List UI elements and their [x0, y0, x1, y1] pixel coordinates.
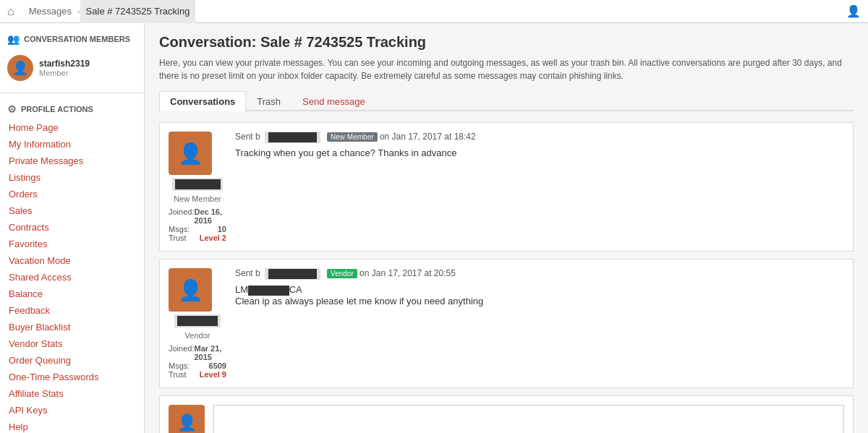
msg1-avatar-container: 👤 New Member — [169, 132, 226, 203]
sidebar-item-help[interactable]: Help — [0, 419, 144, 433]
msg1-body: Tracking when you get a chance? Thanks i… — [235, 147, 844, 158]
home-icon[interactable]: ⌂ — [7, 5, 14, 18]
msg1-stats: Joined: Dec 16, 2016 Msgs: 10 Trust Leve… — [169, 207, 226, 242]
breadcrumb-messages[interactable]: Messages — [23, 0, 77, 23]
tab-conversations[interactable]: Conversations — [159, 91, 246, 111]
sidebar-item-favorites[interactable]: Favorites — [0, 236, 144, 252]
msg1-sent-suffix: on Jan 17, 2017 at 18:42 — [380, 132, 476, 142]
msg1-sender-box — [265, 132, 320, 143]
msg2-right: Sent b Vendor on Jan 17, 2017 at 20:55 L… — [235, 268, 844, 379]
sidebar-item-home-page[interactable]: Home Page — [0, 119, 144, 136]
sidebar: 👥 CONVERSATION MEMBERS 👤 starfish2319 Me… — [0, 23, 145, 433]
msg2-sent-prefix: Sent b — [235, 268, 260, 278]
msg2-trust-row: Trust Level 9 — [169, 370, 226, 379]
profile-actions-header: ⚙ PROFILE ACTIONS — [0, 99, 144, 119]
profile-actions-icon: ⚙ — [7, 103, 17, 115]
sidebar-item-my-information[interactable]: My Information — [0, 136, 144, 153]
sidebar-user: 👤 starfish2319 Member — [0, 49, 144, 87]
profile-actions-label: PROFILE ACTIONS — [21, 105, 93, 113]
msg1-sender-redacted — [268, 132, 317, 142]
msg2-stats: Joined: Mar 21, 2015 Msgs: 6509 Trust Le… — [169, 344, 226, 379]
message-card-1: 👤 New Member Joined: Dec 16, 2016 Msgs: … — [159, 122, 854, 252]
reply-card: 👤 Quick reply Delete Leave conversation … — [159, 395, 854, 433]
msg1-msgs-value: 10 — [218, 225, 226, 233]
msg1-joined-value: Dec 16, 2016 — [194, 207, 226, 225]
tab-trash[interactable]: Trash — [246, 91, 292, 111]
msg2-joined-value: Mar 21, 2015 — [194, 344, 226, 361]
breadcrumb-current: Sale # 7243525 Tracking — [80, 0, 196, 23]
msg1-trust-label: Trust — [169, 233, 187, 242]
conversation-members-header: 👥 CONVERSATION MEMBERS — [0, 29, 144, 49]
page-description: Here, you can view your private messages… — [159, 56, 854, 82]
reply-right: Quick reply Delete Leave conversation In… — [213, 405, 844, 433]
sidebar-item-vacation-mode[interactable]: Vacation Mode — [0, 252, 144, 269]
msg2-sender-box — [265, 268, 320, 280]
sidebar-item-vendor-stats[interactable]: Vendor Stats — [0, 335, 144, 352]
sidebar-user-role: Member — [39, 69, 90, 77]
msg1-right: Sent b New Member on Jan 17, 2017 at 18:… — [235, 132, 844, 242]
msg1-role: New Member — [169, 194, 226, 203]
msg2-username — [174, 314, 221, 327]
sidebar-item-contracts[interactable]: Contracts — [0, 219, 144, 236]
sidebar-item-feedback[interactable]: Feedback — [0, 302, 144, 319]
sidebar-avatar: 👤 — [7, 55, 33, 81]
members-icon: 👥 — [7, 33, 20, 45]
msg2-role: Vendor — [169, 331, 226, 340]
msg2-joined-label: Joined: — [169, 344, 194, 361]
message-tabs: Conversations Trash Send message — [159, 91, 854, 111]
msg1-msgs-label: Msgs: — [169, 225, 190, 233]
msg2-joined-row: Joined: Mar 21, 2015 — [169, 344, 226, 361]
sidebar-item-orders[interactable]: Orders — [0, 186, 144, 202]
sidebar-item-sales[interactable]: Sales — [0, 202, 144, 219]
reply-avatar: 👤 — [169, 405, 205, 433]
msg1-badge: New Member — [327, 132, 377, 142]
msg1-joined-row: Joined: Dec 16, 2016 — [169, 207, 226, 225]
conversation-members-section: 👥 CONVERSATION MEMBERS 👤 starfish2319 Me… — [0, 23, 144, 93]
tab-send-message[interactable]: Send message — [292, 91, 376, 111]
msg2-username-redacted — [177, 316, 218, 326]
msg2-avatar-container: 👤 Vendor — [169, 268, 226, 340]
sidebar-item-affiliate-stats[interactable]: Affiliate Stats — [0, 385, 144, 402]
msg1-avatar: 👤 — [169, 132, 212, 175]
conversation-members-label: CONVERSATION MEMBERS — [24, 35, 130, 43]
msg2-tracking-redacted — [248, 286, 289, 296]
msg1-msgs-row: Msgs: 10 — [169, 225, 226, 233]
sidebar-item-api-keys[interactable]: API Keys — [0, 402, 144, 419]
sidebar-item-balance[interactable]: Balance — [0, 286, 144, 302]
msg2-msgs-row: Msgs: 6509 — [169, 361, 226, 370]
msg2-trust-label: Trust — [169, 370, 187, 379]
sidebar-user-info: starfish2319 Member — [39, 59, 90, 77]
profile-actions-section: ⚙ PROFILE ACTIONS Home Page My Informati… — [0, 93, 144, 433]
top-navigation: ⌂ Messages › Sale # 7243525 Tracking 👤 — [0, 0, 868, 23]
msg1-username — [172, 178, 223, 191]
msg2-header: Sent b Vendor on Jan 17, 2017 at 20:55 — [235, 268, 844, 280]
message-card-2: 👤 Vendor Joined: Mar 21, 2015 Msgs: 6509 — [159, 259, 854, 388]
main-content: Conversation: Sale # 7243525 Tracking He… — [145, 23, 868, 433]
msg1-left: 👤 New Member Joined: Dec 16, 2016 Msgs: … — [169, 132, 226, 242]
page-title: Conversation: Sale # 7243525 Tracking — [159, 34, 854, 51]
msg2-avatar: 👤 — [169, 268, 212, 312]
msg1-joined-label: Joined: — [169, 207, 194, 225]
sidebar-item-buyer-blacklist[interactable]: Buyer Blacklist — [0, 319, 144, 335]
msg2-badge: Vendor — [327, 269, 357, 278]
sidebar-item-private-messages[interactable]: Private Messages — [0, 153, 144, 169]
msg1-header: Sent b New Member on Jan 17, 2017 at 18:… — [235, 132, 844, 143]
sidebar-item-shared-access[interactable]: Shared Access — [0, 269, 144, 286]
msg1-sent-prefix: Sent b — [235, 132, 260, 142]
sidebar-item-one-time-passwords[interactable]: One-Time Passwords — [0, 369, 144, 385]
sidebar-item-order-queuing[interactable]: Order Queuing — [0, 352, 144, 369]
sidebar-item-listings[interactable]: Listings — [0, 169, 144, 186]
msg2-body-text: Clean ip as always please let me know if… — [235, 296, 483, 306]
msg1-trust-value: Level 2 — [200, 233, 226, 242]
msg1-username-redacted — [175, 179, 221, 189]
main-layout: 👥 CONVERSATION MEMBERS 👤 starfish2319 Me… — [0, 23, 868, 433]
msg2-trust-value: Level 9 — [200, 370, 226, 379]
msg2-left: 👤 Vendor Joined: Mar 21, 2015 Msgs: 6509 — [169, 268, 226, 379]
msg2-body: LM CA Clean ip as always please let me k… — [235, 284, 844, 306]
msg2-msgs-label: Msgs: — [169, 361, 190, 370]
reply-textarea[interactable] — [213, 405, 844, 433]
nav-right: 👤 — [846, 4, 861, 18]
msg2-sender-redacted — [268, 269, 317, 279]
user-icon[interactable]: 👤 — [846, 5, 861, 17]
msg1-trust-row: Trust Level 2 — [169, 233, 226, 242]
